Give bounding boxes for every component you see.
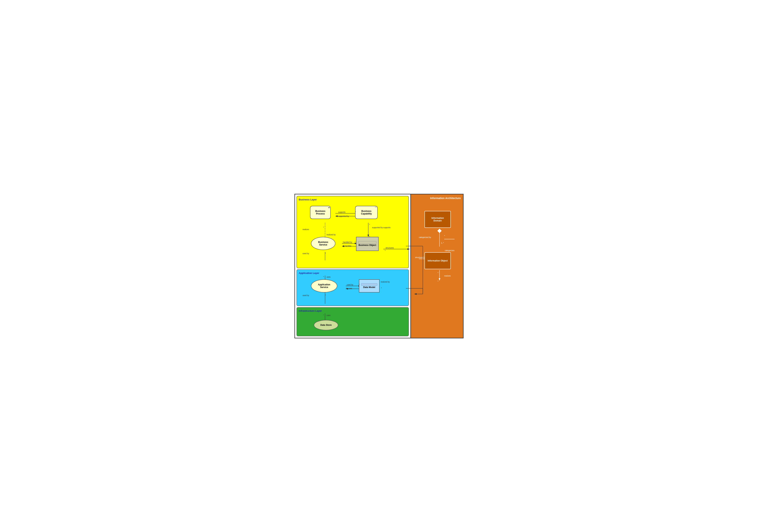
uses-as-dm: uses — [348, 287, 352, 290]
star-uses-il: * — [323, 314, 324, 316]
categorized-by-label: categorized by — [419, 236, 431, 238]
business-service-node: Business Service — [311, 237, 335, 250]
star-cat-by: * — [444, 235, 445, 237]
star-used-by-as-dm: * — [359, 284, 360, 286]
business-object-label: Business Object — [359, 244, 376, 246]
supports-right-label: supports — [383, 227, 391, 229]
realizes-label: realizes — [302, 229, 309, 231]
data-store-node: Data Store — [314, 320, 338, 330]
star-bp-bc-1: * — [355, 211, 356, 213]
categorizes-label: categorizes — [445, 249, 454, 252]
business-capability-label: Business Capability — [358, 210, 375, 215]
star-realizes-io: * — [438, 272, 438, 274]
business-layer-title: Business Layer — [299, 198, 407, 201]
info-arch-title: Information Architecture — [413, 196, 461, 200]
handles-label: handles — [345, 245, 351, 247]
used-by-as-dm: used by — [347, 284, 353, 286]
aggregation-diamond — [438, 229, 441, 233]
star-used-by: * — [325, 253, 326, 255]
business-layer: Business Layer — [296, 196, 409, 268]
realized-by-al: realized by — [381, 281, 390, 283]
business-process-node: Business Process ⇒ — [310, 206, 331, 219]
star-bc-down: * — [369, 224, 370, 226]
application-layer: Application Layer uses — [296, 269, 409, 306]
business-capability-node: Business Capability ⌒ — [355, 206, 378, 219]
uses-label-il: uses — [327, 314, 330, 316]
supports-label: supports — [338, 211, 345, 213]
star-realizes-io2: * — [438, 280, 438, 283]
information-object-label: Information Object — [428, 260, 448, 262]
right-side: Information Architecture — [410, 195, 463, 338]
application-layer-inner: uses * Application Service Data Model us… — [299, 276, 407, 304]
data-model-label: Data Model — [363, 286, 375, 289]
application-service-label: Application Service — [314, 283, 334, 289]
used-by-label-al: used by — [302, 294, 309, 297]
capability-icon: ⌒ — [375, 207, 377, 209]
information-domain-label: Information Domain — [427, 217, 448, 222]
star-handled-by: * — [355, 241, 356, 243]
application-service-node: Application Service — [311, 279, 337, 293]
used-by-label-bl: used by — [302, 253, 309, 255]
infrastructure-layer-title: Infrastructure Layer — [299, 309, 407, 312]
business-service-label: Business Service — [314, 241, 332, 246]
handled-by-label: handled by — [343, 241, 352, 243]
structures-label: structures — [386, 247, 394, 249]
business-object-node: Business Object — [356, 237, 379, 251]
multiplicity-1-star: 1..* — [441, 242, 444, 244]
business-process-label: Business Process — [312, 210, 328, 215]
star-uses-al: * — [323, 276, 324, 278]
supported-by-label: supported by — [338, 215, 349, 217]
supported-by-bc-bo: supported by — [372, 227, 383, 229]
infrastructure-layer: Infrastructure Layer uses * Data Store — [296, 307, 409, 336]
star-realizes: * — [323, 227, 324, 229]
star-used-by-al: * — [325, 294, 326, 297]
star-structures: * — [385, 250, 386, 252]
business-layer-inner: Business Process ⇒ Business Capability ⌒… — [299, 202, 407, 266]
left-side: Business Layer — [295, 195, 410, 338]
data-store-label: Data Store — [320, 324, 332, 326]
uses-label-al: uses — [327, 276, 330, 278]
information-domain-node: Information Domain — [425, 211, 451, 228]
application-layer-title: Application Layer — [299, 272, 407, 274]
star-handles: * — [343, 245, 344, 247]
star-uses-as-dm: * — [346, 287, 347, 290]
ra-inner: Information Domain categorized by * 1..*… — [413, 201, 461, 310]
process-icon: ⇒ — [328, 207, 329, 209]
information-object-node: Information Object — [425, 252, 451, 269]
infrastructure-layer-inner: uses * Data Store — [299, 313, 407, 334]
data-model-node: Data Model — [359, 279, 380, 293]
realized-by-label: realized by — [327, 234, 336, 236]
star-bp-bc-2: * — [336, 215, 337, 217]
realizes-label-io: realizes — [444, 275, 451, 277]
star-dm-right: * — [381, 287, 382, 289]
diagram-wrapper: Business Layer — [294, 194, 464, 338]
